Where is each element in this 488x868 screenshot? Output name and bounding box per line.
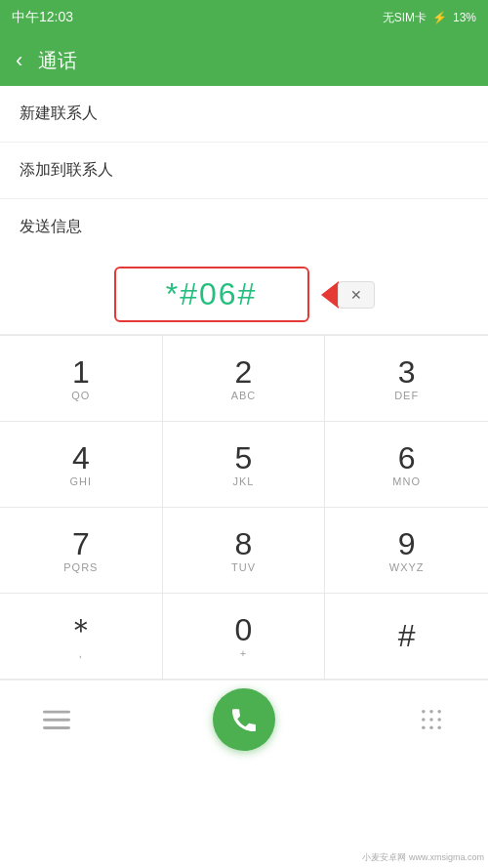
key-3[interactable]: 3 DEF <box>325 336 488 422</box>
key-2[interactable]: 2 ABC <box>163 336 326 422</box>
svg-point-5 <box>437 710 441 714</box>
svg-point-3 <box>422 710 426 714</box>
svg-rect-1 <box>43 718 70 721</box>
watermark-text: 小麦安卓网 www.xmsigma.com <box>362 851 484 864</box>
arrow-indicator <box>321 281 338 309</box>
back-button[interactable]: ‹ <box>16 48 22 73</box>
page-title: 通话 <box>38 48 77 74</box>
svg-point-4 <box>429 710 433 714</box>
key-7[interactable]: 7 PQRS <box>0 508 163 594</box>
menu-section: 新建联系人 添加到联系人 发送信息 <box>0 86 488 255</box>
key-4[interactable]: 4 GHI <box>0 422 163 508</box>
watermark: 小麦安卓网 www.xmsigma.com <box>362 851 484 864</box>
delete-button[interactable]: ✕ <box>338 281 375 309</box>
menu-button[interactable] <box>39 702 74 737</box>
dialpad-button[interactable] <box>414 702 449 737</box>
menu-item-send-message[interactable]: 发送信息 <box>0 199 488 255</box>
menu-item-new-contact[interactable]: 新建联系人 <box>0 86 488 143</box>
dialer-display-row: *#06# ✕ <box>0 255 488 335</box>
key-hash[interactable]: # <box>325 594 488 680</box>
arrow-left-icon <box>321 281 339 309</box>
status-time: 中午12:03 <box>12 9 73 26</box>
phone-icon <box>228 704 260 735</box>
sim-text: 无SIM卡 <box>383 10 427 26</box>
key-6[interactable]: 6 MNO <box>325 422 488 508</box>
svg-point-7 <box>429 718 433 722</box>
keypad: 1 QO 2 ABC 3 DEF 4 GHI 5 JKL 6 MNO 7 PQR… <box>0 335 488 680</box>
svg-rect-2 <box>43 726 70 729</box>
svg-point-8 <box>437 718 441 722</box>
delete-button-area: ✕ <box>321 281 375 309</box>
svg-point-11 <box>437 725 441 729</box>
call-button[interactable] <box>213 688 275 751</box>
battery-text: 13% <box>453 11 476 24</box>
key-star[interactable]: ＊ , <box>0 594 163 680</box>
dialer-display: *#06# <box>114 267 309 322</box>
key-8[interactable]: 8 TUV <box>163 508 326 594</box>
menu-item-add-contact[interactable]: 添加到联系人 <box>0 143 488 199</box>
svg-point-9 <box>422 725 426 729</box>
key-5[interactable]: 5 JKL <box>163 422 326 508</box>
key-0[interactable]: 0 + <box>163 594 326 680</box>
svg-point-6 <box>422 718 426 722</box>
status-right: 无SIM卡 ⚡ 13% <box>383 10 476 26</box>
delete-icon: ✕ <box>350 287 362 303</box>
bottom-bar <box>0 680 488 758</box>
battery-icon: ⚡ <box>432 11 447 24</box>
key-1[interactable]: 1 QO <box>0 336 163 422</box>
svg-rect-0 <box>43 710 70 713</box>
status-bar: 中午12:03 无SIM卡 ⚡ 13% <box>0 0 488 35</box>
key-9[interactable]: 9 WXYZ <box>325 508 488 594</box>
svg-point-10 <box>429 725 433 729</box>
header: ‹ 通话 <box>0 35 488 86</box>
